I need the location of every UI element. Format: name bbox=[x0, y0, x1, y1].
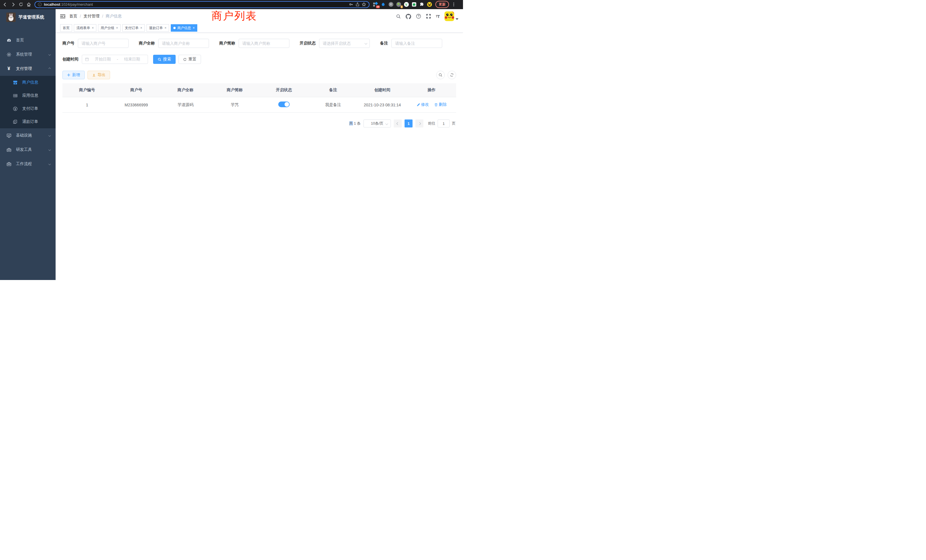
browser-menu-icon[interactable] bbox=[452, 3, 455, 6]
browser-reload-icon[interactable] bbox=[19, 2, 23, 6]
tab-refund-order[interactable]: 退款订单× bbox=[147, 24, 169, 32]
tab-merchant-info[interactable]: 商户信息× bbox=[171, 24, 197, 32]
ext-apps-icon[interactable]: 10 bbox=[373, 2, 378, 7]
sidebar-item-app-info[interactable]: 应用信息 bbox=[0, 89, 56, 102]
total-prefix: 共 bbox=[349, 121, 353, 126]
prev-page-button[interactable] bbox=[394, 120, 402, 127]
sidebar-menu: 首页 系统管理 ¥ 支付管理 商户信息 bbox=[0, 33, 56, 171]
field-label: 商户全称 bbox=[139, 41, 158, 46]
calendar-icon bbox=[85, 57, 89, 61]
logo-row[interactable]: 芋道管理系统 bbox=[0, 9, 56, 25]
github-icon[interactable] bbox=[406, 14, 411, 19]
edit-link[interactable]: 修改 bbox=[416, 102, 429, 107]
close-icon[interactable]: × bbox=[140, 26, 142, 30]
next-page-button[interactable] bbox=[415, 120, 424, 127]
filter-create-time: 创建时间 开始日期 - 结束日期 bbox=[62, 55, 148, 64]
page-number-1[interactable]: 1 bbox=[404, 120, 413, 127]
sidebar-item-label: 研发工具 bbox=[16, 147, 32, 152]
navbar-right: TT bbox=[396, 11, 458, 21]
sidebar-item-infra[interactable]: 基础设施 bbox=[0, 128, 56, 142]
hide-search-button[interactable] bbox=[436, 71, 445, 79]
cell-remark: 我是备注 bbox=[309, 97, 358, 113]
filter-remark: 备注 bbox=[380, 39, 442, 48]
sidebar-item-workflow[interactable]: 工作流程 bbox=[0, 157, 56, 171]
password-key-icon[interactable] bbox=[349, 2, 353, 6]
sidebar-item-payment[interactable]: ¥ 支付管理 bbox=[0, 62, 56, 76]
browser-update-button[interactable]: 更新 bbox=[435, 1, 449, 8]
breadcrumb-payment[interactable]: 支付管理 bbox=[83, 14, 100, 19]
grid-icon bbox=[12, 93, 18, 98]
share-icon[interactable] bbox=[356, 2, 360, 6]
url-bar[interactable]: i localhost:1024/pay/merchant bbox=[35, 1, 369, 8]
font-size-icon[interactable]: TT bbox=[436, 14, 440, 19]
status-toggle[interactable] bbox=[278, 101, 290, 107]
col-short-name: 商户简称 bbox=[210, 83, 259, 97]
breadcrumb-separator: / bbox=[80, 14, 81, 18]
ext-puzzle-icon[interactable] bbox=[419, 2, 424, 7]
close-icon[interactable]: × bbox=[193, 26, 195, 30]
browser-home-icon[interactable] bbox=[27, 2, 31, 7]
close-icon[interactable]: × bbox=[116, 26, 118, 30]
monitor-icon bbox=[6, 133, 11, 138]
status-select[interactable] bbox=[319, 39, 370, 48]
add-button[interactable]: 新增 bbox=[62, 71, 85, 79]
header-search-icon[interactable] bbox=[396, 14, 401, 19]
refresh-table-button[interactable] bbox=[448, 71, 456, 79]
remark-input[interactable] bbox=[392, 39, 442, 48]
export-button[interactable]: 导出 bbox=[88, 71, 110, 79]
ext-emoji-icon[interactable] bbox=[427, 2, 432, 7]
tab-process-form[interactable]: 流程表单× bbox=[74, 24, 96, 32]
page-size-select[interactable]: 10条/页 bbox=[363, 120, 391, 127]
ext-v-icon[interactable]: V bbox=[404, 2, 409, 7]
yen-icon: ¥ bbox=[6, 66, 11, 71]
full-name-input[interactable] bbox=[158, 39, 209, 48]
status-select-input[interactable] bbox=[319, 39, 370, 48]
table-header-row: 商户编号 商户号 商户全称 商户简称 开启状态 备注 创建时间 操作 bbox=[62, 83, 456, 97]
sidebar-item-home[interactable]: 首页 bbox=[0, 33, 56, 47]
merchant-no-input[interactable] bbox=[78, 39, 129, 48]
sidebar-item-devtools[interactable]: 研发工具 bbox=[0, 142, 56, 157]
tags-view-bar: 首页 流程表单× 用户分组× 支付订单× 退款订单× 商户信息× bbox=[56, 23, 463, 33]
tab-pay-order[interactable]: 支付订单× bbox=[122, 24, 145, 32]
fullscreen-icon[interactable] bbox=[426, 14, 431, 19]
browser-back-icon[interactable] bbox=[3, 2, 8, 7]
delete-link[interactable]: 删除 bbox=[434, 102, 447, 107]
reset-button[interactable]: 重置 bbox=[179, 55, 201, 64]
ext-chat-icon[interactable] bbox=[412, 2, 416, 7]
sidebar-item-pay-order[interactable]: 支付订单 bbox=[0, 102, 56, 115]
tab-user-group[interactable]: 用户分组× bbox=[98, 24, 121, 32]
ext-command-icon[interactable]: ⌘ bbox=[388, 2, 393, 7]
site-info-icon[interactable]: i bbox=[38, 3, 42, 6]
close-icon[interactable]: × bbox=[165, 26, 166, 30]
col-remark: 备注 bbox=[309, 83, 358, 97]
date-range-picker[interactable]: 开始日期 - 结束日期 bbox=[82, 55, 148, 64]
browser-forward-icon[interactable] bbox=[11, 2, 15, 7]
chevron-down-icon bbox=[48, 134, 51, 136]
breadcrumb-home[interactable]: 首页 bbox=[69, 14, 77, 19]
tab-home[interactable]: 首页 bbox=[60, 24, 72, 32]
date-start-placeholder: 开始日期 bbox=[90, 57, 116, 62]
search-icon bbox=[439, 73, 442, 77]
close-icon[interactable]: × bbox=[92, 26, 94, 30]
documents-icon bbox=[12, 120, 18, 124]
main-area: 首页 / 支付管理 / 商户信息 TT bbox=[56, 9, 463, 280]
breadcrumb: 首页 / 支付管理 / 商户信息 bbox=[69, 14, 122, 19]
short-name-input[interactable] bbox=[239, 39, 289, 48]
sidebar-item-merchant-info[interactable]: 商户信息 bbox=[0, 76, 56, 89]
sidebar-item-label: 首页 bbox=[16, 38, 24, 43]
date-end-placeholder: 结束日期 bbox=[119, 57, 145, 62]
col-created-at: 创建时间 bbox=[358, 83, 407, 97]
sidebar-collapse-icon[interactable] bbox=[60, 14, 65, 18]
cell-actions: 修改 删除 bbox=[407, 97, 456, 113]
goto-page-input[interactable] bbox=[437, 120, 449, 127]
help-icon[interactable] bbox=[416, 14, 421, 19]
url-text: localhost:1024/pay/merchant bbox=[44, 2, 93, 6]
chevron-down-icon bbox=[48, 163, 51, 165]
bookmark-star-icon[interactable] bbox=[362, 2, 366, 6]
user-avatar-wrap[interactable] bbox=[445, 11, 458, 21]
ext-proxy-icon[interactable]: 1 bbox=[396, 2, 401, 7]
sidebar-item-system[interactable]: 系统管理 bbox=[0, 47, 56, 62]
sidebar-item-refund-order[interactable]: 退款订单 bbox=[0, 115, 56, 128]
search-button[interactable]: 搜索 bbox=[153, 55, 176, 64]
ext-kite-icon[interactable] bbox=[381, 2, 386, 7]
